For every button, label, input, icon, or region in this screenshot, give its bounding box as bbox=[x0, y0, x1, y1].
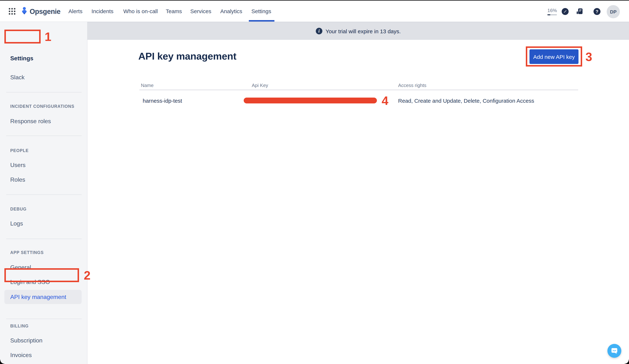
nav-item-incidents[interactable]: Incidents bbox=[91, 8, 113, 14]
trial-banner-text: Your trial will expire in 13 days. bbox=[326, 28, 401, 34]
sidebar-item-roles[interactable]: Roles bbox=[10, 177, 25, 183]
nav-item-analytics[interactable]: Analytics bbox=[220, 8, 242, 14]
column-header-access-rights: Access rights bbox=[398, 83, 427, 88]
usage-progress-fill bbox=[547, 14, 550, 15]
api-key-name-cell: harness-idp-test bbox=[143, 97, 182, 104]
add-new-api-key-button[interactable]: Add new API key bbox=[529, 49, 579, 64]
sidebar-item-general[interactable]: General bbox=[10, 264, 31, 271]
sidebar-divider bbox=[6, 92, 82, 92]
opsgenie-settings-page: Opsgenie Alerts Incidents Who is on-call… bbox=[0, 0, 629, 364]
nav-item-settings[interactable]: Settings bbox=[251, 8, 271, 14]
app-switcher-icon[interactable] bbox=[9, 8, 15, 15]
sidebar-item-settings[interactable]: Settings bbox=[10, 55, 33, 62]
sidebar-section-debug: DEBUG bbox=[10, 206, 26, 212]
sidebar-divider bbox=[6, 136, 82, 136]
column-header-name: Name bbox=[141, 83, 154, 88]
sidebar-item-invoices[interactable]: Invoices bbox=[10, 352, 32, 359]
sidebar-divider bbox=[6, 194, 82, 195]
usage-meter[interactable]: 16% bbox=[547, 8, 557, 15]
help-icon[interactable]: ? bbox=[594, 8, 601, 15]
api-key-redaction-bar bbox=[244, 97, 377, 103]
nav-item-who-is-on-call[interactable]: Who is on-call bbox=[123, 8, 158, 14]
table-header-divider bbox=[140, 90, 578, 90]
nav-item-services[interactable]: Services bbox=[190, 8, 211, 14]
nav-item-alerts[interactable]: Alerts bbox=[68, 8, 83, 14]
page-title: API key management bbox=[138, 51, 236, 62]
sidebar-section-billing: BILLING bbox=[10, 323, 28, 329]
access-rights-cell: Read, Create and Update, Delete, Configu… bbox=[398, 97, 534, 104]
column-header-api-key: Api Key bbox=[252, 83, 268, 88]
chat-launcher-button[interactable] bbox=[608, 344, 621, 358]
whats-new-icon[interactable] bbox=[576, 8, 583, 15]
annotation-number-3: 3 bbox=[586, 51, 592, 63]
annotation-number-2: 2 bbox=[84, 269, 91, 281]
sidebar-item-api-key-management[interactable]: API key management bbox=[10, 294, 66, 300]
annotation-number-1: 1 bbox=[45, 31, 51, 43]
sidebar-section-incident-configurations: INCIDENT CONFIGURATIONS bbox=[10, 104, 74, 109]
top-navigation-bar: Opsgenie Alerts Incidents Who is on-call… bbox=[0, 1, 629, 22]
sidebar-item-response-roles[interactable]: Response roles bbox=[10, 118, 51, 125]
sidebar-item-slack[interactable]: Slack bbox=[10, 74, 24, 81]
sidebar-item-login-and-sso[interactable]: Login and SSO bbox=[10, 279, 50, 285]
trial-banner: i Your trial will expire in 13 days. bbox=[87, 22, 629, 40]
sidebar-item-logs[interactable]: Logs bbox=[10, 220, 23, 227]
window-corner bbox=[625, 360, 629, 364]
usage-progress-track bbox=[547, 14, 557, 15]
usage-percent-label: 16% bbox=[547, 8, 557, 13]
chat-bubble-icon bbox=[611, 347, 618, 355]
opsgenie-logo-icon bbox=[21, 7, 28, 16]
sidebar-divider bbox=[6, 239, 82, 239]
opsgenie-logo[interactable]: Opsgenie bbox=[21, 7, 60, 16]
annotation-number-4: 4 bbox=[382, 95, 388, 107]
compass-icon[interactable] bbox=[562, 8, 569, 15]
avatar[interactable]: DP bbox=[607, 5, 620, 18]
sidebar-item-users[interactable]: Users bbox=[10, 162, 26, 169]
nav-item-teams[interactable]: Teams bbox=[166, 8, 182, 14]
sidebar-section-people: PEOPLE bbox=[10, 148, 29, 153]
sidebar-section-app-settings: APP SETTINGS bbox=[10, 250, 44, 255]
info-icon: i bbox=[316, 28, 322, 34]
sidebar-item-subscription[interactable]: Subscription bbox=[10, 337, 42, 344]
brand-name: Opsgenie bbox=[30, 7, 60, 15]
active-tab-underline bbox=[249, 20, 274, 21]
settings-sidebar: Settings Slack INCIDENT CONFIGURATIONS R… bbox=[0, 22, 87, 364]
sidebar-divider bbox=[6, 319, 82, 319]
